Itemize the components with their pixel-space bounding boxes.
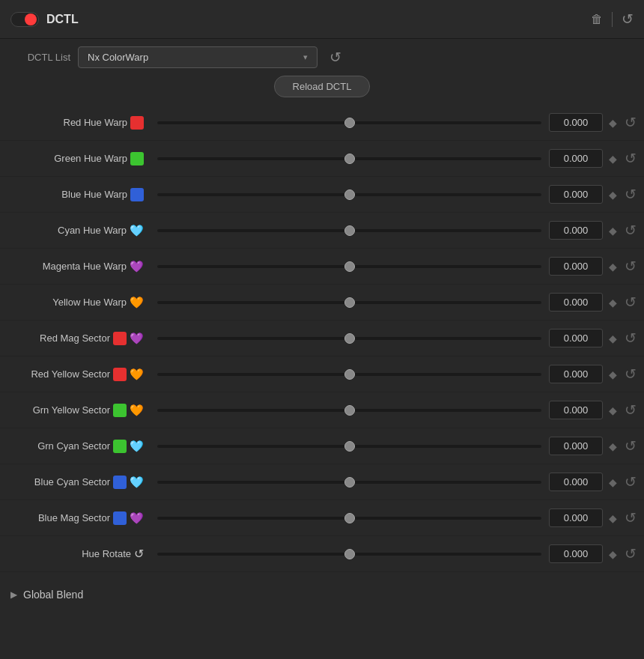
slider-container-blue-hue-warp[interactable] (150, 193, 549, 196)
slider-container-red-hue-warp[interactable] (150, 121, 549, 124)
slider-container-red-yellow-sector[interactable] (150, 373, 549, 376)
reset-icon-red-mag-sector[interactable]: ↺ (625, 330, 637, 347)
reset-icon-hue-rotate[interactable]: ↺ (625, 545, 637, 562)
diamond-icon-green-hue-warp[interactable]: ◆ (609, 153, 617, 165)
slider-thumb-yellow-hue-warp[interactable] (344, 297, 355, 308)
param-value-red-hue-warp[interactable] (549, 113, 603, 132)
slider-container-red-mag-sector[interactable] (150, 337, 549, 340)
reset-icon-grn-cyan-sector[interactable]: ↺ (625, 437, 637, 455)
diamond-icon-cyan-hue-warp[interactable]: ◆ (609, 225, 617, 237)
param-value-red-yellow-sector[interactable] (549, 365, 603, 383)
global-blend-row[interactable]: ▶ Global Blend (0, 580, 644, 610)
slider-thumb-hue-rotate[interactable] (344, 549, 355, 559)
reset-icon-green-hue-warp[interactable]: ↺ (625, 150, 637, 167)
slider-track-red-mag-sector[interactable] (157, 337, 541, 340)
diamond-icon-blue-hue-warp[interactable]: ◆ (609, 189, 617, 201)
param-value-grn-yellow-sector[interactable] (549, 401, 603, 419)
param-label-grn-yellow-sector: Grn Yellow Sector🧡 (0, 404, 150, 417)
reset-icon-blue-mag-sector[interactable]: ↺ (625, 509, 637, 526)
slider-track-red-yellow-sector[interactable] (157, 373, 541, 376)
param-value-hue-rotate[interactable] (549, 544, 603, 563)
slider-track-green-hue-warp[interactable] (157, 157, 541, 160)
slider-container-magenta-hue-warp[interactable] (150, 265, 549, 268)
param-value-cyan-hue-warp[interactable] (549, 221, 603, 240)
slider-track-blue-hue-warp[interactable] (157, 193, 541, 196)
diamond-icon-blue-mag-sector[interactable]: ◆ (609, 512, 617, 524)
slider-track-blue-cyan-sector[interactable] (157, 481, 541, 484)
trash-icon[interactable]: 🗑 (591, 13, 603, 26)
diamond-icon-grn-cyan-sector[interactable]: ◆ (609, 440, 617, 452)
slider-track-red-hue-warp[interactable] (157, 121, 541, 124)
diamond-icon-red-hue-warp[interactable]: ◆ (609, 117, 617, 129)
param-label-text-grn-yellow-sector: Grn Yellow Sector (33, 404, 110, 416)
slider-track-grn-cyan-sector[interactable] (157, 445, 541, 448)
reset-icon-red-hue-warp[interactable]: ↺ (625, 114, 637, 131)
param-label-yellow-hue-warp: Yellow Hue Warp🧡 (0, 297, 150, 308)
slider-container-green-hue-warp[interactable] (150, 157, 549, 160)
slider-thumb-red-hue-warp[interactable] (344, 118, 355, 128)
diamond-icon-magenta-hue-warp[interactable]: ◆ (609, 261, 617, 273)
emoji-icon-red-yellow-sector-1: 🧡 (130, 368, 144, 380)
slider-track-magenta-hue-warp[interactable] (157, 265, 541, 268)
dctl-list-dropdown[interactable]: Nx ColorWarp ▾ (78, 46, 318, 68)
slider-container-yellow-hue-warp[interactable] (150, 301, 549, 304)
diamond-icon-grn-yellow-sector[interactable]: ◆ (609, 404, 617, 416)
param-value-blue-cyan-sector[interactable] (549, 473, 603, 491)
param-label-text-blue-mag-sector: Blue Mag Sector (38, 512, 110, 523)
undo-icon-header[interactable]: ↺ (622, 10, 634, 28)
reload-dctl-button[interactable]: Reload DCTL (274, 76, 371, 97)
reset-icon-blue-cyan-sector[interactable]: ↺ (625, 473, 637, 491)
slider-track-grn-yellow-sector[interactable] (157, 409, 541, 412)
slider-thumb-cyan-hue-warp[interactable] (344, 225, 355, 236)
slider-thumb-red-mag-sector[interactable] (344, 333, 355, 344)
reset-icon-grn-yellow-sector[interactable]: ↺ (625, 401, 637, 419)
reset-icon-blue-hue-warp[interactable]: ↺ (625, 186, 637, 203)
slider-track-yellow-hue-warp[interactable] (157, 301, 541, 304)
param-value-blue-hue-warp[interactable] (549, 185, 603, 204)
color-swatch-blue-mag-sector-0 (113, 511, 127, 525)
diamond-icon-hue-rotate[interactable]: ◆ (609, 548, 617, 560)
slider-container-hue-rotate[interactable] (150, 553, 549, 556)
reset-icon-cyan-hue-warp[interactable]: ↺ (625, 222, 637, 239)
chevron-right-icon: ▶ (10, 589, 17, 600)
header-title: DCTL (46, 13, 591, 26)
slider-thumb-blue-cyan-sector[interactable] (344, 477, 355, 488)
slider-thumb-blue-hue-warp[interactable] (344, 189, 355, 200)
slider-track-cyan-hue-warp[interactable] (157, 229, 541, 232)
slider-thumb-green-hue-warp[interactable] (344, 154, 355, 164)
slider-container-grn-yellow-sector[interactable] (150, 409, 549, 412)
param-value-magenta-hue-warp[interactable] (549, 257, 603, 276)
param-label-text-blue-hue-warp: Blue Hue Warp (61, 189, 127, 200)
param-row-blue-mag-sector: Blue Mag Sector💜◆↺ (0, 500, 644, 536)
slider-container-grn-cyan-sector[interactable] (150, 445, 549, 448)
dctl-list-reset-icon[interactable]: ↺ (329, 49, 341, 66)
slider-thumb-magenta-hue-warp[interactable] (344, 261, 355, 272)
color-swatch-red-hue-warp-0 (130, 116, 144, 130)
param-value-grn-cyan-sector[interactable] (549, 437, 603, 455)
param-value-green-hue-warp[interactable] (549, 149, 603, 168)
slider-thumb-grn-cyan-sector[interactable] (344, 441, 355, 452)
reset-icon-red-yellow-sector[interactable]: ↺ (625, 365, 637, 383)
slider-track-blue-mag-sector[interactable] (157, 517, 541, 520)
reset-icon-yellow-hue-warp[interactable]: ↺ (625, 294, 637, 311)
diamond-icon-red-yellow-sector[interactable]: ◆ (609, 368, 617, 380)
dctl-toggle[interactable] (10, 12, 39, 27)
diamond-icon-blue-cyan-sector[interactable]: ◆ (609, 476, 617, 488)
param-row-blue-cyan-sector: Blue Cyan Sector🩵◆↺ (0, 464, 644, 500)
text-icon-hue-rotate-0: ↺ (134, 547, 144, 561)
slider-thumb-blue-mag-sector[interactable] (344, 513, 355, 523)
slider-container-blue-mag-sector[interactable] (150, 517, 549, 520)
diamond-icon-yellow-hue-warp[interactable]: ◆ (609, 297, 617, 309)
slider-thumb-red-yellow-sector[interactable] (344, 369, 355, 380)
param-value-yellow-hue-warp[interactable] (549, 293, 603, 312)
slider-container-blue-cyan-sector[interactable] (150, 481, 549, 484)
slider-thumb-grn-yellow-sector[interactable] (344, 405, 355, 416)
param-row-magenta-hue-warp: Magenta Hue Warp💜◆↺ (0, 249, 644, 285)
slider-track-hue-rotate[interactable] (157, 553, 541, 556)
param-value-red-mag-sector[interactable] (549, 329, 603, 347)
slider-container-cyan-hue-warp[interactable] (150, 229, 549, 232)
param-value-blue-mag-sector[interactable] (549, 508, 603, 527)
reset-icon-magenta-hue-warp[interactable]: ↺ (625, 258, 637, 275)
diamond-icon-red-mag-sector[interactable]: ◆ (609, 332, 617, 344)
param-row-green-hue-warp: Green Hue Warp◆↺ (0, 141, 644, 177)
